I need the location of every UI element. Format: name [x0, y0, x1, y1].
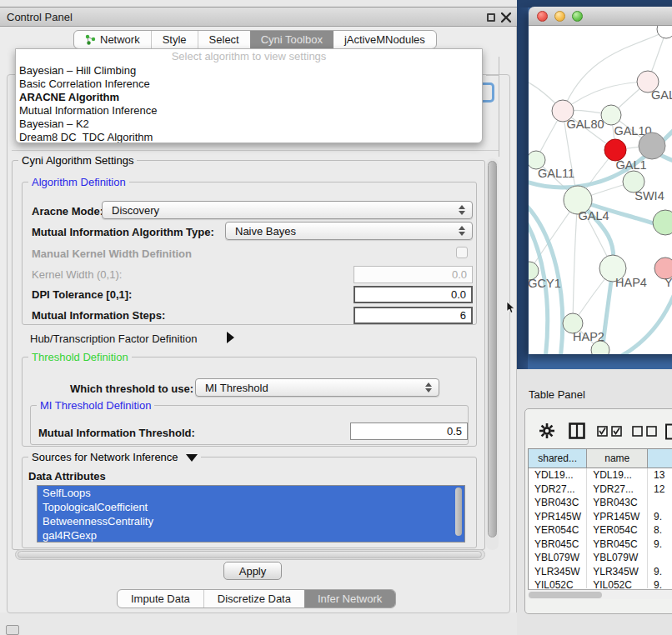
- attribute-item-selected[interactable]: TopologicalCoefficient: [38, 500, 464, 514]
- column-header[interactable]: shared...: [529, 449, 587, 468]
- control-panel-titlebar[interactable]: Control Panel: [0, 7, 517, 27]
- table-row[interactable]: YBL079WYBL079W: [529, 551, 672, 565]
- table-row[interactable]: YDR27...YDR27...12: [529, 482, 672, 497]
- manual-kernel-checkbox[interactable]: [456, 247, 468, 258]
- algorithm-option[interactable]: ARACNE Algorithm: [16, 91, 482, 104]
- network-view-window[interactable]: GALGAL80GAL10GAL1SWI4GAL11GAL4GCY1HAP4YH…: [529, 7, 672, 354]
- kernel-width-field[interactable]: 0.0: [354, 266, 473, 283]
- tab-infer-network[interactable]: Infer Network: [304, 590, 395, 608]
- table-cell: YPR145W: [587, 510, 648, 524]
- column-header[interactable]: [648, 449, 672, 468]
- groupbox-fragment: [486, 75, 499, 76]
- which-threshold-combo[interactable]: MI Threshold: [195, 378, 439, 397]
- select-all-checkboxes-icon[interactable]: [597, 426, 623, 437]
- table-row[interactable]: YIL052CYIL052C9.: [529, 578, 672, 588]
- table-cell: 9.: [648, 578, 672, 588]
- close-traffic-light-icon[interactable]: [537, 11, 548, 22]
- table-row[interactable]: YER054CYER054C8.: [529, 523, 672, 538]
- network-node[interactable]: [653, 210, 672, 235]
- tab-select[interactable]: Select: [198, 31, 250, 48]
- table-cell: YLR345W: [529, 565, 587, 579]
- algorithm-option[interactable]: Bayesian – K2: [16, 118, 482, 131]
- attribute-item-selected[interactable]: gal4RGexp: [38, 528, 464, 542]
- network-canvas[interactable]: GALGAL80GAL10GAL1SWI4GAL11GAL4GCY1HAP4YH…: [529, 26, 672, 354]
- data-attributes-list[interactable]: SelfLoopsTopologicalCoefficientBetweenne…: [37, 485, 465, 542]
- attributes-scrollbar[interactable]: [455, 488, 462, 536]
- tab-label: Select: [209, 33, 239, 46]
- tab-network[interactable]: Network: [74, 31, 151, 48]
- table-cell: YPR145W: [529, 510, 587, 524]
- tab-jactivemnodules[interactable]: jActiveMNodules: [333, 31, 436, 48]
- tab-label: Style: [163, 33, 187, 46]
- table-row[interactable]: YBR043CYBR043C: [529, 496, 672, 510]
- table-cell: [648, 551, 672, 565]
- table-panel-title: Table Panel: [529, 388, 585, 401]
- network-window-titlebar[interactable]: [529, 7, 672, 26]
- manual-kernel-label: Manual Kernel Width Definition: [32, 248, 192, 260]
- columns-icon[interactable]: [569, 422, 585, 439]
- deselect-all-checkboxes-icon[interactable]: [632, 426, 658, 437]
- kernel-width-label: Kernel Width (0,1):: [32, 268, 122, 281]
- algorithm-option[interactable]: Bayesian – Hill Climbing: [16, 64, 482, 78]
- network-edge-thick[interactable]: [615, 282, 672, 354]
- table-row[interactable]: YBR045CYBR045C9.: [529, 538, 672, 552]
- table-row[interactable]: YDL19...YDL19...13: [529, 468, 672, 482]
- sources-title[interactable]: Sources for Network Inference: [28, 451, 201, 463]
- mi-steps-field[interactable]: 6: [354, 307, 473, 324]
- tab-impute-data[interactable]: Impute Data: [118, 590, 203, 608]
- algorithm-option[interactable]: Dream8 DC_TDC Algorithm: [16, 131, 482, 143]
- network-node[interactable]: [657, 26, 672, 38]
- network-node-label: GAL4: [578, 209, 609, 222]
- network-edge[interactable]: [573, 200, 578, 323]
- which-threshold-value: MI Threshold: [205, 382, 268, 394]
- mi-type-value: Naive Bayes: [235, 225, 296, 238]
- minimized-panel-icon[interactable]: [6, 625, 19, 635]
- settings-scrollbar-thumb[interactable]: [488, 161, 497, 538]
- tab-discretize-data[interactable]: Discretize Data: [203, 590, 304, 608]
- network-node-gal10[interactable]: [601, 105, 621, 125]
- network-graph[interactable]: GALGAL80GAL10GAL1SWI4GAL11GAL4GCY1HAP4YH…: [529, 26, 672, 354]
- network-icon: [85, 34, 96, 45]
- table-cell: YBR045C: [529, 538, 587, 552]
- node-table[interactable]: shared...name YDL19...YDL19...13YDR27...…: [528, 448, 672, 599]
- table-cell: YDR27...: [529, 482, 587, 497]
- tab-style[interactable]: Style: [151, 31, 198, 48]
- zoom-traffic-light-icon[interactable]: [572, 11, 583, 22]
- dpi-tolerance-field[interactable]: 0.0: [354, 286, 473, 303]
- table-hscrollbar-thumb[interactable]: [529, 592, 602, 598]
- apply-button[interactable]: Apply: [223, 562, 282, 580]
- mi-threshold-field[interactable]: 0.5: [350, 422, 468, 440]
- table-hscrollbar[interactable]: [528, 589, 672, 599]
- expand-right-icon[interactable]: [227, 332, 234, 343]
- attribute-item-selected[interactable]: SelfLoops: [38, 486, 464, 500]
- table-rows: YDL19...YDL19...13YDR27...YDR27...12YBR0…: [529, 468, 672, 588]
- column-header[interactable]: name: [587, 449, 648, 468]
- table-row[interactable]: YPR145WYPR145W9.: [529, 510, 672, 524]
- network-node-label: GAL: [651, 88, 672, 102]
- float-window-icon[interactable]: [487, 13, 495, 22]
- collapse-down-icon[interactable]: [186, 454, 198, 462]
- network-node[interactable]: [639, 132, 665, 159]
- network-node-label: HAP4: [615, 276, 647, 289]
- attribute-item-selected[interactable]: BetweennessCentrality: [38, 514, 464, 528]
- apply-button-label: Apply: [239, 565, 267, 578]
- tab-cyni-toolbox[interactable]: Cyni Toolbox: [250, 31, 333, 48]
- threshold-definition-title: Threshold Definition: [28, 351, 132, 363]
- table-cell: 13: [648, 468, 672, 482]
- hub-definition-label[interactable]: Hub/Transcription Factor Definition: [30, 332, 197, 345]
- file-icon[interactable]: [664, 423, 672, 440]
- gear-icon[interactable]: [539, 422, 555, 439]
- minimize-traffic-light-icon[interactable]: [554, 11, 565, 22]
- algorithm-option[interactable]: Mutual Information Inference: [16, 104, 482, 118]
- algorithm-definition-title: Algorithm Definition: [28, 176, 129, 188]
- settings-hscrollbar-thumb[interactable]: [18, 551, 482, 558]
- mi-type-combo[interactable]: Naive Bayes: [225, 222, 473, 240]
- table-cell: 9.: [648, 510, 672, 524]
- table-cell: 12: [648, 482, 672, 497]
- screen: Control Panel NetworkStyleSelectCyni Too…: [0, 0, 672, 635]
- aracne-mode-combo[interactable]: Discovery: [102, 201, 473, 219]
- algorithm-option[interactable]: Basic Correlation Inference: [16, 78, 482, 91]
- close-icon[interactable]: [501, 12, 511, 22]
- focused-combo-fragment[interactable]: [482, 82, 494, 102]
- table-row[interactable]: YLR345WYLR345W9.: [529, 565, 672, 579]
